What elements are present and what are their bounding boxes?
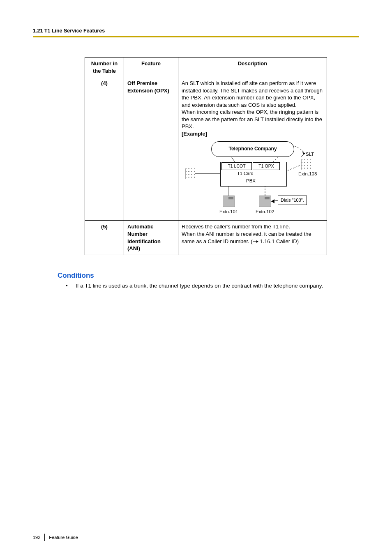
bullet-icon: • [66,282,76,290]
desc-para: When incoming calls reach the OPX, the r… [182,109,322,129]
table-row: (5) Automatic Number Identification (ANI… [85,221,327,255]
page-number: 192 [33,535,40,540]
header-rule [33,36,359,37]
footer-divider [44,534,45,541]
cell-feature: Off Premise Extension (OPX) [124,77,178,221]
phone-icon [259,196,271,207]
conditions-heading: Conditions [58,272,359,280]
pbx-box: T1 LCOT T1 OPX T1 Card PBX [220,162,287,187]
arrow-right-icon [253,238,258,246]
pbx-keypad-icon [185,168,196,181]
svg-marker-8 [271,199,274,203]
extn102-label: Extn.102 [256,209,274,215]
cell-feature: Automatic Number Identification (ANI) [124,221,178,255]
svg-line-7 [271,200,278,201]
conditions-bullet: • If a T1 line is used as a trunk, the c… [66,282,337,290]
doc-title: Feature Guide [49,535,78,540]
opx-diagram: Telephone Company T1 LCOT T1 OPX T1 Card… [182,140,323,218]
phone-icon [223,196,235,207]
desc-para: Receives the caller's number from the T1… [182,223,290,230]
t1-opx-box: T1 OPX [253,162,280,170]
conditions-item: If a T1 line is used as a trunk, the cha… [76,282,323,290]
cell-number: (4) [85,77,124,221]
pbx-label: PBX [246,178,256,184]
page-footer: 192 Feature Guide [33,534,78,541]
th-description: Description [178,58,327,77]
table-row: (4) Off Premise Extension (OPX) An SLT w… [85,77,327,221]
telco-cloud: Telephone Company [211,141,294,157]
feature-table: Number in the Table Feature Description … [85,57,327,255]
th-number: Number in the Table [85,58,124,77]
t1-card-label: T1 Card [237,170,254,177]
slt-label: SLT [306,151,314,158]
cell-number: (5) [85,221,124,255]
section-header: 1.21 T1 Line Service Features [33,28,359,34]
dials-box: Dials "103". [278,196,307,205]
t1-lcot-box: T1 LCOT [221,162,252,170]
extn103-label: Extn.103 [298,171,317,177]
desc-para: An SLT which is installed off site can p… [182,80,323,108]
svg-marker-1 [302,151,305,154]
cross-ref-link[interactable]: 1.16.1 Caller ID [258,238,297,244]
th-feature: Feature [124,58,178,77]
extn101-label: Extn.101 [219,209,238,215]
svg-line-0 [231,156,235,162]
svg-line-9 [301,153,306,157]
desc-para-post: ) [297,238,299,244]
svg-line-3 [288,165,301,170]
cell-description: An SLT which is installed off site can p… [178,77,327,221]
example-label: [Example] [182,131,207,137]
cell-description: Receives the caller's number from the T1… [178,221,327,255]
slt-keypad-icon [301,159,312,172]
